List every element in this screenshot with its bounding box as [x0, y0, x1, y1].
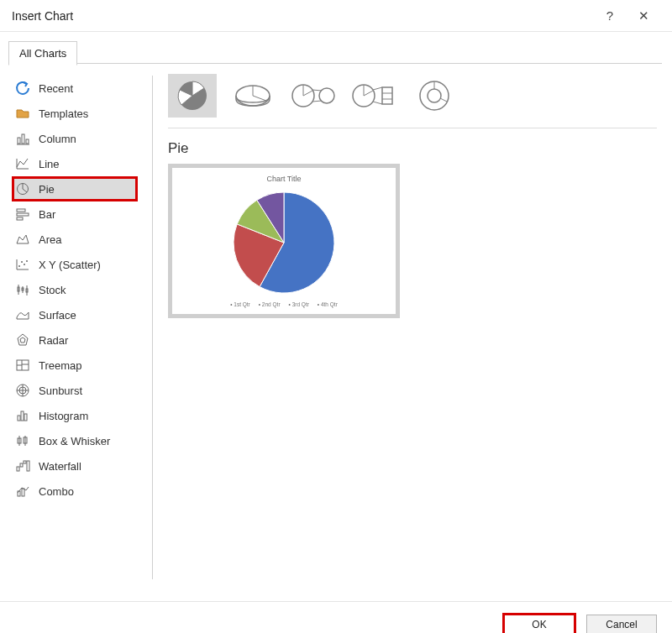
preview-chart-body [228, 183, 339, 301]
legend-item: • 3rd Qtr [289, 301, 309, 307]
svg-line-57 [373, 87, 382, 90]
sidebar-item-radar[interactable]: Radar [12, 327, 138, 353]
svg-rect-34 [24, 414, 27, 421]
close-button[interactable]: ✕ [627, 8, 660, 24]
area-icon [15, 232, 30, 247]
svg-line-52 [312, 101, 322, 102]
svg-rect-41 [24, 461, 26, 463]
waterfall-icon [15, 458, 30, 473]
recent-icon [15, 81, 30, 96]
sidebar-item-templates[interactable]: Templates [12, 101, 138, 126]
sidebar-item-label: Box & Whisker [39, 435, 110, 447]
sidebar-item-pie[interactable]: Pie [12, 176, 138, 201]
pie-icon [15, 181, 30, 196]
svg-marker-22 [18, 334, 28, 345]
svg-line-58 [373, 102, 382, 104]
cancel-button[interactable]: Cancel [586, 615, 657, 634]
scatter-icon [15, 257, 30, 272]
svg-line-48 [253, 96, 266, 101]
svg-rect-32 [18, 416, 20, 421]
legend-item: • 2nd Qtr [259, 301, 281, 307]
legend-label: • 2nd Qtr [259, 301, 281, 307]
svg-line-51 [312, 90, 322, 91]
sidebar-item-label: Treemap [39, 359, 82, 372]
chart-category-sidebar: Recent Templates Column Line Pie [0, 64, 153, 601]
sidebar-item-bar[interactable]: Bar [12, 201, 138, 227]
sidebar-item-sunburst[interactable]: Sunburst [12, 378, 138, 403]
svg-marker-23 [20, 337, 25, 343]
sidebar-item-waterfall[interactable]: Waterfall [12, 453, 138, 479]
help-button[interactable]: ? [593, 8, 627, 23]
sidebar-item-combo[interactable]: Combo [12, 479, 138, 504]
svg-rect-54 [382, 87, 392, 104]
svg-point-15 [26, 260, 28, 262]
svg-point-12 [18, 265, 20, 267]
stock-icon [15, 282, 30, 297]
legend-item: • 1st Qtr [230, 301, 250, 307]
window-title: Insert Chart [12, 9, 73, 23]
tab-all-charts[interactable]: All Charts [8, 41, 77, 65]
subtype-doughnut[interactable] [410, 74, 459, 118]
sunburst-icon [15, 383, 30, 398]
legend-label: • 3rd Qtr [289, 301, 309, 307]
sidebar-item-label: Area [39, 233, 61, 246]
subtype-title: Pie [168, 140, 657, 157]
svg-rect-9 [17, 217, 23, 220]
content: Recent Templates Column Line Pie [0, 64, 672, 601]
main-panel: Pie Chart Title • 1st Qtr• 2nd Qtr• 3rd … [153, 64, 672, 601]
ok-button[interactable]: OK [504, 615, 575, 634]
svg-rect-8 [17, 213, 29, 216]
sidebar-item-treemap[interactable]: Treemap [12, 353, 138, 378]
svg-rect-1 [22, 134, 24, 144]
svg-point-14 [24, 264, 25, 265]
radar-icon [15, 332, 30, 348]
sidebar-item-histogram[interactable]: Histogram [12, 403, 138, 428]
sidebar-item-label: Column [39, 133, 76, 145]
subtype-pie-3d[interactable] [228, 74, 277, 118]
sidebar-item-boxwhisker[interactable]: Box & Whisker [12, 428, 138, 453]
sidebar-item-label: Pie [39, 183, 55, 196]
boxwhisker-icon [15, 433, 30, 448]
preview-title: Chart Title [266, 175, 301, 183]
svg-rect-33 [21, 411, 24, 421]
chart-subtype-row [168, 74, 657, 128]
sidebar-item-label: Surface [39, 309, 76, 322]
histogram-icon [15, 408, 30, 423]
svg-rect-40 [20, 463, 23, 467]
subtype-bar-of-pie[interactable] [349, 74, 398, 118]
sidebar-item-label: Radar [39, 334, 68, 347]
sidebar-item-label: Waterfall [39, 460, 81, 473]
sidebar-item-label: Histogram [39, 410, 88, 422]
subtype-pie-of-pie[interactable] [289, 74, 338, 118]
sidebar-item-stock[interactable]: Stock [12, 277, 138, 302]
treemap-icon [15, 358, 30, 373]
sidebar-item-label: X Y (Scatter) [39, 259, 101, 271]
sidebar-item-surface[interactable]: Surface [12, 302, 138, 327]
sidebar-item-scatter[interactable]: X Y (Scatter) [12, 252, 138, 277]
svg-point-60 [428, 89, 441, 102]
sidebar-item-column[interactable]: Column [12, 126, 138, 151]
subtype-pie[interactable] [168, 74, 217, 118]
svg-rect-42 [27, 461, 29, 471]
dialog-footer: OK Cancel [0, 601, 672, 633]
sidebar-item-label: Templates [39, 107, 88, 120]
sidebar-item-area[interactable]: Area [12, 227, 138, 252]
legend-label: • 1st Qtr [230, 301, 250, 307]
sidebar-item-recent[interactable]: Recent [12, 76, 138, 101]
preview-legend: • 1st Qtr• 2nd Qtr• 3rd Qtr• 4th Qtr [230, 301, 338, 307]
svg-rect-7 [17, 209, 25, 212]
sidebar-item-label: Line [39, 158, 60, 170]
tab-strip: All Charts [0, 32, 672, 64]
sidebar-item-label: Stock [39, 284, 66, 296]
sidebar-item-label: Bar [39, 208, 55, 221]
legend-item: • 4th Qtr [318, 301, 338, 307]
surface-icon [15, 307, 30, 322]
sidebar-item-line[interactable]: Line [12, 151, 138, 176]
svg-rect-44 [22, 489, 24, 496]
svg-line-62 [440, 98, 447, 102]
bar-icon [15, 207, 30, 222]
svg-rect-2 [26, 139, 29, 144]
line-icon [15, 156, 30, 171]
chart-preview[interactable]: Chart Title • 1st Qtr• 2nd Qtr• 3rd Qtr•… [168, 164, 400, 318]
svg-rect-0 [18, 138, 20, 144]
